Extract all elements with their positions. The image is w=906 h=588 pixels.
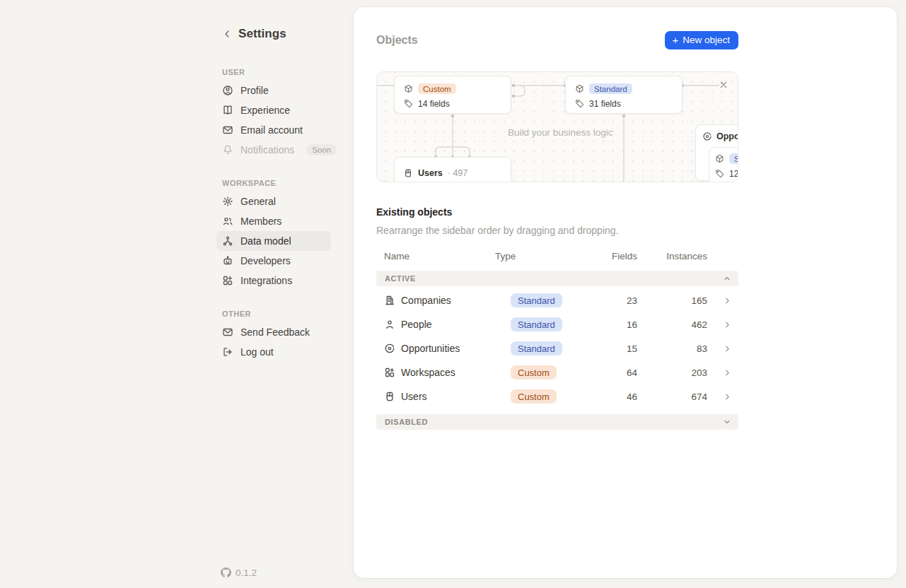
table-row-people[interactable]: People Standard 16 462 xyxy=(376,312,738,336)
opportunities-inner-card: Standard 12 fields xyxy=(709,147,738,182)
group-disabled[interactable]: DISABLED xyxy=(376,414,738,430)
object-name: Workspaces xyxy=(401,367,455,378)
settings-sidebar: Settings USER Profile Experience Email a… xyxy=(216,25,331,362)
sidebar-item-label: General xyxy=(240,196,276,207)
gear-icon xyxy=(222,196,233,207)
users-object-icon xyxy=(384,391,395,402)
type-badge: Custom xyxy=(511,389,557,404)
cube-icon xyxy=(715,154,724,163)
page-title: Objects xyxy=(376,34,418,47)
book-icon xyxy=(222,105,233,116)
type-badge: Standard xyxy=(511,341,562,355)
chevron-right-icon[interactable] xyxy=(723,320,738,329)
fields-count: 23 xyxy=(581,295,637,306)
column-header-fields: Fields xyxy=(581,251,637,261)
person-icon xyxy=(384,319,395,330)
sidebar-item-email-account[interactable]: Email account xyxy=(216,120,331,140)
close-icon[interactable] xyxy=(717,78,730,91)
table-row-companies[interactable]: Companies Standard 23 165 xyxy=(376,288,738,312)
sidebar-item-integrations[interactable]: Integrations xyxy=(216,271,331,290)
new-object-label: New object xyxy=(683,35,730,45)
chevron-up-icon xyxy=(723,274,731,283)
table-row-workspaces[interactable]: Workspaces Custom 64 203 xyxy=(376,360,738,384)
sidebar-item-general[interactable]: General xyxy=(216,192,331,211)
opportunities-icon xyxy=(702,131,712,141)
instances-count: 165 xyxy=(637,295,707,306)
sidebar-item-label: Email account xyxy=(240,124,303,136)
users-card-label: Users xyxy=(418,168,443,178)
settings-back[interactable]: Settings xyxy=(216,25,331,42)
column-header-name: Name xyxy=(376,251,495,261)
sidebar-item-send-feedback[interactable]: Send Feedback xyxy=(216,322,331,342)
column-header-instances: Instances xyxy=(637,251,707,261)
flow-card-custom: Custom 14 fields xyxy=(394,76,511,114)
section-label-other: OTHER xyxy=(216,310,331,318)
version-number: 0.1.2 xyxy=(236,568,257,578)
envelope-icon xyxy=(222,124,233,136)
new-object-button[interactable]: + New object xyxy=(665,31,738,49)
github-icon xyxy=(221,568,231,578)
sidebar-item-label: Experience xyxy=(240,105,290,116)
sidebar-item-developers[interactable]: Developers xyxy=(216,251,331,271)
app-version: 0.1.2 xyxy=(221,568,257,578)
sidebar-item-experience[interactable]: Experience xyxy=(216,100,331,120)
instances-count: 203 xyxy=(637,368,707,378)
sidebar-item-label: Integrations xyxy=(240,275,292,286)
type-badge: Custom xyxy=(511,365,557,380)
objects-panel: Objects + New object xyxy=(354,7,897,578)
tag-icon xyxy=(404,99,413,108)
grid-plus-icon xyxy=(384,367,395,378)
opportunities-icon xyxy=(384,343,395,354)
chevron-right-icon[interactable] xyxy=(723,344,738,353)
fields-count: 31 fields xyxy=(589,99,621,109)
instances-count: 83 xyxy=(637,343,707,354)
type-badge: Standard xyxy=(511,317,562,331)
chevron-right-icon[interactable] xyxy=(723,368,738,377)
section-label-user: USER xyxy=(216,68,331,76)
user-circle-icon xyxy=(222,85,233,96)
robot-icon xyxy=(222,255,233,266)
fields-count: 46 xyxy=(581,392,637,402)
tag-icon xyxy=(715,169,724,178)
object-name: Opportunities xyxy=(401,343,460,354)
sidebar-item-notifications: Notifications Soon xyxy=(216,140,331,160)
object-name: Users xyxy=(401,391,427,402)
object-name: Companies xyxy=(401,295,451,306)
sidebar-item-profile[interactable]: Profile xyxy=(216,81,331,100)
building-icon xyxy=(384,295,395,306)
type-badge: Standard xyxy=(589,83,632,94)
users-card-count: · 497 xyxy=(448,168,468,178)
chevron-down-icon xyxy=(723,418,731,426)
flow-card-users: Users · 497 xyxy=(394,157,511,182)
sidebar-item-log-out[interactable]: Log out xyxy=(216,342,331,362)
instances-count: 462 xyxy=(637,319,707,330)
sidebar-item-label: Log out xyxy=(240,346,274,358)
chevron-right-icon[interactable] xyxy=(723,392,738,401)
sidebar-item-data-model[interactable]: Data model xyxy=(216,231,331,251)
existing-objects-subtitle: Rearrange the sidebar order by dragging … xyxy=(376,225,738,236)
flow-card-standard: Standard 31 fields xyxy=(565,76,683,114)
sidebar-item-members[interactable]: Members xyxy=(216,211,331,231)
sidebar-section-other: OTHER Send Feedback Log out xyxy=(216,310,331,362)
group-active-label: ACTIVE xyxy=(385,274,416,283)
sidebar-item-label: Members xyxy=(240,216,281,227)
grid-plus-icon xyxy=(222,275,233,286)
table-row-opportunities[interactable]: Opportunities Standard 15 83 xyxy=(376,336,738,360)
group-active[interactable]: ACTIVE xyxy=(376,271,738,286)
cube-icon xyxy=(575,84,584,93)
chevron-right-icon[interactable] xyxy=(723,296,738,305)
sidebar-item-label: Developers xyxy=(240,255,291,266)
table-row-users[interactable]: Users Custom 46 674 xyxy=(376,384,738,408)
sidebar-item-label: Send Feedback xyxy=(240,327,310,338)
section-label-workspace: WORKSPACE xyxy=(216,179,331,187)
plus-icon: + xyxy=(672,35,678,45)
sidebar-section-user: USER Profile Experience Email account No… xyxy=(216,68,331,160)
settings-title: Settings xyxy=(238,27,286,41)
fields-count: 15 xyxy=(581,343,637,354)
opportunities-card-label: Opportunities xyxy=(716,131,738,141)
fields-count: 64 xyxy=(581,368,637,378)
group-disabled-label: DISABLED xyxy=(385,418,428,426)
instances-count: 674 xyxy=(637,392,707,402)
fields-count: 12 fields xyxy=(729,169,738,179)
fields-count: 14 fields xyxy=(418,99,450,109)
